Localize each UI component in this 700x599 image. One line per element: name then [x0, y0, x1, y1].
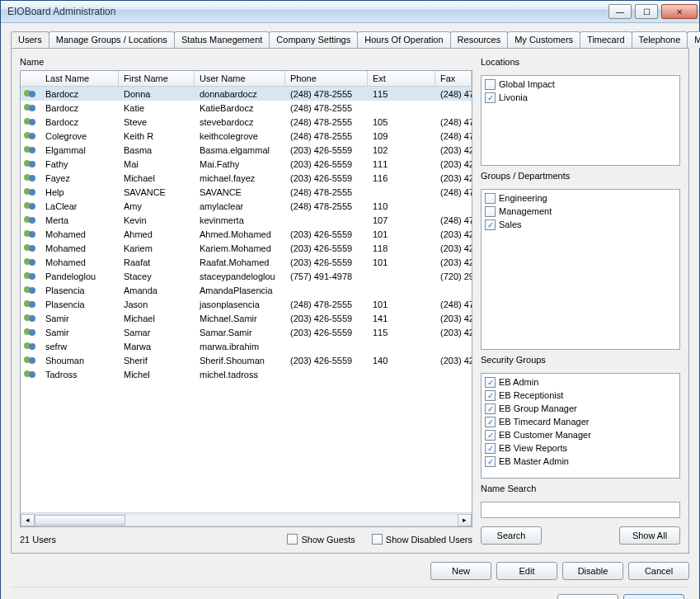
titlebar[interactable]: EIOBoard Administration — ☐ ✕	[1, 1, 699, 23]
window-close-button[interactable]: ✕	[661, 4, 698, 19]
table-row[interactable]: ShoumanSherifSherif.Shouman(203) 426-555…	[21, 353, 472, 367]
tab-users[interactable]: Users	[11, 31, 49, 48]
tabs-row: UsersManage Groups / LocationsStatus Man…	[11, 31, 689, 49]
table-row[interactable]: FayezMichaelmichael.fayez(203) 426-55591…	[21, 171, 472, 185]
list-item[interactable]: ✓EB Group Manager	[485, 402, 676, 415]
cancel-button[interactable]: Cancel	[628, 562, 689, 580]
table-row[interactable]: MohamedAhmedAhmed.Mohamed(203) 426-55591…	[21, 227, 472, 241]
table-row[interactable]: ColegroveKeith Rkeithcolegrove(248) 478-…	[21, 129, 472, 143]
users-icon	[24, 159, 37, 168]
list-item[interactable]: ✓EB Receptionist	[485, 389, 676, 402]
show-guests-checkbox[interactable]: Show Guests	[287, 534, 355, 545]
minimize-button[interactable]: —	[608, 4, 632, 19]
grid-body[interactable]: BardoczDonnadonnabardocz(248) 478-255511…	[21, 87, 472, 512]
grid-header[interactable]: Last Name First Name User Name Phone Ext…	[21, 71, 472, 87]
close-button[interactable]: Close	[623, 594, 684, 599]
users-icon	[24, 370, 37, 379]
show-all-button[interactable]: Show All	[619, 526, 680, 545]
list-item[interactable]: ✓EB Customer Manager	[485, 428, 676, 441]
table-row[interactable]: BardoczDonnadonnabardocz(248) 478-255511…	[21, 87, 472, 101]
edit-button[interactable]: Edit	[496, 562, 557, 580]
users-icon	[24, 356, 37, 365]
col-header-fax[interactable]: Fax	[435, 71, 472, 86]
users-icon	[24, 229, 37, 238]
search-button-row: Search Show All	[481, 526, 680, 545]
table-row[interactable]: TadrossMichelmichel.tadross	[21, 367, 472, 381]
table-row[interactable]: MohamedRaafatRaafat.Mohamed(203) 426-555…	[21, 255, 472, 269]
list-item[interactable]: Engineering	[485, 191, 676, 205]
users-icon	[24, 342, 37, 351]
show-disabled-checkbox[interactable]: Show Disabled Users	[372, 534, 472, 545]
list-item[interactable]: ✓Sales	[485, 218, 676, 231]
users-icon	[24, 187, 37, 196]
table-row[interactable]: SamirSamarSamar.Samir(203) 426-5559115(2…	[21, 325, 472, 339]
table-row[interactable]: BardoczKatieKatieBardocz(248) 478-2555	[21, 101, 472, 115]
scroll-track[interactable]	[35, 514, 458, 526]
grid-hscrollbar[interactable]: ◂ ▸	[21, 512, 472, 526]
list-item[interactable]: ✓EB Admin	[485, 375, 676, 389]
tab-timecard[interactable]: Timecard	[580, 31, 632, 48]
tab-telephone[interactable]: Telephone	[632, 31, 688, 48]
tab-company-settings[interactable]: Company Settings	[269, 31, 358, 48]
users-icon	[24, 145, 37, 154]
new-button[interactable]: New	[430, 562, 491, 580]
list-item[interactable]: ✓Livonia	[485, 91, 676, 104]
col-header-last[interactable]: Last Name	[40, 71, 119, 86]
window-controls: — ☐ ✕	[607, 1, 699, 22]
col-header-first[interactable]: First Name	[119, 71, 195, 86]
checkbox-icon	[485, 193, 496, 204]
tab-hours-of-operation[interactable]: Hours Of Operation	[357, 31, 450, 48]
scroll-thumb[interactable]	[35, 515, 125, 526]
checkbox-icon	[485, 206, 496, 217]
tab-resources[interactable]: Resources	[450, 31, 509, 48]
tab-manage-groups-locations[interactable]: Manage Groups / Locations	[49, 31, 175, 48]
security-list[interactable]: ✓EB Admin✓EB Receptionist✓EB Group Manag…	[481, 373, 680, 479]
table-row[interactable]: PandeloglouStaceystaceypandeloglou(757) …	[21, 269, 472, 283]
table-row[interactable]: FathyMaiMai.Fathy(203) 426-5559111(203) …	[21, 157, 472, 171]
table-row[interactable]: ElgammalBasmaBasma.elgammal(203) 426-555…	[21, 143, 472, 157]
users-grid[interactable]: Last Name First Name User Name Phone Ext…	[20, 70, 472, 527]
groups-list[interactable]: EngineeringManagement✓Sales	[481, 189, 680, 350]
scroll-left-button[interactable]: ◂	[21, 514, 35, 526]
disable-button[interactable]: Disable	[562, 562, 623, 580]
search-button[interactable]: Search	[481, 526, 542, 545]
tab-body-users: Name Last Name First Name User Name Phon…	[11, 49, 689, 554]
checkbox-icon	[372, 534, 383, 545]
list-item[interactable]: ✓EB Timecard Manager	[485, 415, 676, 428]
checkbox-icon: ✓	[485, 390, 496, 401]
table-row[interactable]: MertaKevinkevinmerta107(248) 47	[21, 213, 472, 227]
tab-status-manegement[interactable]: Status Manegement	[174, 31, 270, 48]
col-header-phone[interactable]: Phone	[285, 71, 368, 86]
scroll-right-button[interactable]: ▸	[458, 514, 472, 526]
list-item[interactable]: Management	[485, 205, 676, 218]
user-count: 21 Users	[20, 535, 56, 545]
users-icon	[24, 89, 37, 98]
name-search-input[interactable]	[481, 502, 680, 518]
users-icon	[24, 271, 37, 281]
security-label: Security Groups	[481, 355, 680, 365]
checkbox-icon: ✓	[485, 417, 496, 427]
tab-marquee[interactable]: Marquee	[687, 31, 700, 48]
help-button[interactable]: ?Help	[557, 594, 618, 599]
list-item[interactable]: ✓EB Master Admin	[485, 455, 676, 468]
locations-list[interactable]: Global Impact✓Livonia	[481, 75, 680, 166]
maximize-button[interactable]: ☐	[635, 4, 658, 19]
table-row[interactable]: MohamedKariemKariem.Mohamed(203) 426-555…	[21, 241, 472, 255]
tab-my-customers[interactable]: My Customers	[507, 31, 580, 48]
users-icon	[24, 300, 37, 309]
list-item[interactable]: ✓EB View Reports	[485, 441, 676, 455]
users-icon	[24, 243, 37, 252]
table-row[interactable]: PlasenciaAmandaAmandaPlasencia	[21, 283, 472, 297]
table-row[interactable]: BardoczStevestevebardocz(248) 478-255510…	[21, 115, 472, 129]
col-header-ext[interactable]: Ext	[368, 71, 435, 86]
users-icon	[24, 117, 37, 126]
table-row[interactable]: HelpSAVANCESAVANCE(248) 478-2555(248) 47	[21, 185, 472, 199]
client-area: UsersManage Groups / LocationsStatus Man…	[1, 23, 699, 599]
table-row[interactable]: LaClearAmyamylaclear(248) 478-2555110	[21, 199, 472, 213]
table-row[interactable]: PlasenciaJasonjasonplasencia(248) 478-25…	[21, 297, 472, 311]
checkbox-icon: ✓	[485, 443, 496, 454]
table-row[interactable]: SamirMichaelMichael.Samir(203) 426-55591…	[21, 311, 472, 325]
table-row[interactable]: sefrwMarwamarwa.ibrahim	[21, 339, 472, 353]
col-header-user[interactable]: User Name	[195, 71, 285, 86]
list-item[interactable]: Global Impact	[485, 78, 676, 91]
